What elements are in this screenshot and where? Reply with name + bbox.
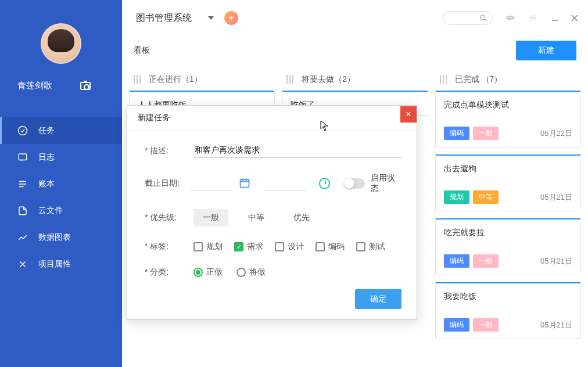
category-todo-radio[interactable]: 将做 — [236, 267, 266, 278]
svg-rect-3 — [240, 179, 249, 187]
tag-badge: 编码 — [444, 254, 469, 268]
username: 青莲剑歌 — [17, 80, 52, 91]
category-doing-radio[interactable]: 正做 — [193, 267, 223, 278]
task-card[interactable]: 完成点单模块测试 编码 一般 05月22日 — [435, 91, 581, 147]
enable-toggle[interactable] — [344, 178, 365, 189]
column-title: 将要去做（2） — [302, 74, 355, 85]
avatar[interactable] — [41, 23, 81, 64]
topbar: 图书管理系统 + — [122, 0, 588, 36]
grip-icon[interactable] — [440, 75, 447, 84]
nav-tasks[interactable]: 任务 — [0, 117, 122, 144]
card-title: 完成点单模块测试 — [444, 100, 572, 110]
date-input[interactable] — [191, 177, 233, 190]
ledger-icon — [17, 179, 28, 189]
page-title: 看板 — [134, 45, 150, 56]
nav-label: 云文件 — [38, 206, 63, 216]
new-task-button[interactable]: 新建 — [516, 41, 576, 60]
project-name: 图书管理系统 — [136, 12, 192, 24]
column-header-todo: 将要去做（2） — [282, 69, 428, 91]
column-header-done: 已完成 （7） — [435, 69, 581, 91]
card-title: 我要吃饭 — [444, 292, 572, 302]
minimize-button[interactable] — [551, 14, 559, 22]
chart-icon — [17, 232, 28, 243]
tag-requirement-checkbox[interactable]: ✓需求 — [234, 242, 263, 252]
tag-badge: 规划 — [444, 190, 469, 204]
svg-rect-1 — [19, 154, 27, 160]
card-title: 出去遛狗 — [444, 164, 572, 174]
tag-testing-checkbox[interactable]: 测试 — [356, 242, 385, 252]
nav-logs[interactable]: 日志 — [0, 144, 122, 171]
priority-label: 优先级: — [145, 213, 193, 223]
desc-label: 描述: — [145, 146, 193, 156]
nav-ledger[interactable]: 账本 — [0, 171, 122, 197]
calendar-icon[interactable] — [239, 177, 250, 190]
task-card[interactable]: 吃完就要拉 编码 一般 05月21日 — [435, 218, 581, 275]
hamburger-icon[interactable] — [526, 12, 539, 24]
tag-planning-checkbox[interactable]: 规划 — [193, 242, 223, 252]
priority-medium[interactable]: 中等 — [239, 209, 274, 226]
add-button[interactable]: + — [224, 11, 238, 25]
project-dropdown[interactable]: 图书管理系统 — [136, 12, 214, 24]
tags-label: 标签: — [145, 242, 193, 252]
nav-cloud-files[interactable]: 云文件 — [0, 197, 122, 224]
confirm-button[interactable]: 确定 — [355, 289, 401, 309]
nav-label: 项目属性 — [38, 259, 71, 269]
time-input[interactable] — [264, 177, 306, 190]
category-label: 分类: — [145, 267, 193, 278]
priority-high[interactable]: 优先 — [284, 209, 319, 226]
task-card[interactable]: 我要吃饭 编码 一般 05月21日 — [435, 282, 581, 339]
grip-icon[interactable] — [286, 75, 293, 84]
close-icon[interactable]: × — [400, 106, 417, 123]
card-date: 05月21日 — [540, 192, 572, 203]
chat-icon — [17, 152, 28, 163]
deadline-label: 截止日期: — [145, 178, 191, 189]
enable-label: 启用状态 — [371, 173, 401, 194]
description-input[interactable] — [193, 143, 401, 158]
column-header-doing: 正在进行（1） — [129, 69, 275, 91]
tools-icon — [17, 259, 28, 269]
close-button[interactable] — [571, 14, 579, 22]
nav-label: 账本 — [38, 179, 55, 189]
sync-icon[interactable] — [503, 12, 516, 24]
tag-badge: 中等 — [473, 190, 499, 204]
nav-project-props[interactable]: 项目属性 — [0, 251, 122, 278]
sidebar: 青莲剑歌 任务 日志 账本 云文件 数据图表 — [0, 0, 122, 367]
card-date: 05月22日 — [540, 128, 572, 139]
svg-point-2 — [481, 15, 485, 20]
check-circle-icon — [17, 125, 28, 136]
modal-title: 新建任务 — [138, 113, 170, 123]
chevron-down-icon — [208, 16, 214, 20]
tag-badge: 一般 — [473, 318, 499, 332]
new-task-modal: 新建任务 × 描述: 截止日期: 启用状态 优先级: 一般 中等 优先 标签: … — [127, 105, 417, 320]
svg-point-0 — [19, 127, 27, 135]
card-date: 05月21日 — [540, 256, 572, 267]
camera-icon[interactable] — [80, 82, 91, 90]
nav-label: 数据图表 — [38, 232, 71, 243]
file-icon — [17, 206, 28, 216]
tag-design-checkbox[interactable]: 设计 — [275, 242, 304, 252]
tag-badge: 一般 — [473, 254, 499, 268]
grip-icon[interactable] — [134, 75, 141, 84]
tag-badge: 一般 — [473, 127, 499, 140]
search-icon — [479, 14, 487, 22]
card-date: 05月21日 — [540, 320, 572, 330]
tag-coding-checkbox[interactable]: 编码 — [315, 242, 345, 252]
card-title: 吃完就要拉 — [444, 228, 572, 238]
search-input[interactable] — [443, 11, 493, 25]
tag-badge: 编码 — [444, 127, 469, 140]
clock-icon[interactable] — [319, 178, 330, 189]
nav-label: 任务 — [38, 125, 55, 136]
column-title: 正在进行（1） — [149, 74, 202, 85]
nav-charts[interactable]: 数据图表 — [0, 224, 122, 251]
nav-label: 日志 — [38, 152, 55, 163]
tag-badge: 编码 — [444, 318, 469, 332]
priority-normal[interactable]: 一般 — [193, 209, 228, 226]
column-title: 已完成 （7） — [455, 74, 503, 85]
task-card[interactable]: 出去遛狗 规划 中等 05月21日 — [435, 154, 581, 211]
